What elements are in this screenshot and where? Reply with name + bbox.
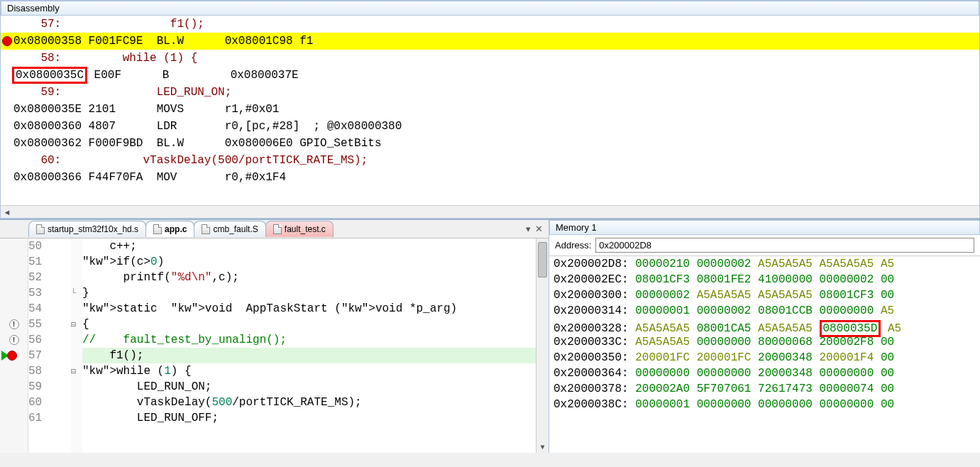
line-number: 57 <box>28 348 65 363</box>
memory-row[interactable]: 0x20000328: A5A5A5A5 08001CA5 A5A5A5A5 0… <box>554 320 976 336</box>
editor-vscroll[interactable]: ▲ ▼ <box>536 238 549 453</box>
disasm-line[interactable]: 0x08000366 F44F70FA MOV r0,#0x1F4 <box>1 169 979 186</box>
memory-panel: Memory 1 Address: 0x200002D8: 00000210 0… <box>549 220 980 453</box>
memory-row[interactable]: 0x20000364: 00000000 00000000 20000348 0… <box>554 367 976 383</box>
source-line[interactable]: "kw">static "kw">void AppTaskStart ("kw"… <box>82 301 536 317</box>
address-label: Address: <box>555 240 591 251</box>
fold-marker[interactable]: └ <box>71 285 82 301</box>
source-line[interactable]: LED_RUN_ON; <box>82 379 536 395</box>
scroll-thumb[interactable] <box>538 242 547 278</box>
disasm-line[interactable]: 0x0800035E 2101 MOVS r1,#0x01 <box>1 101 979 118</box>
tab-cmb-fault-s[interactable]: cmb_fault.S <box>194 221 265 237</box>
highlighted-value: 0800035D <box>820 320 881 337</box>
disassembly-title: Disassembly <box>1 1 979 16</box>
memory-row[interactable]: 0x20000350: 200001FC 200001FC 20000348 2… <box>554 351 976 367</box>
tab-startup-stm32f10x-hd-s[interactable]: startup_stm32f10x_hd.s <box>28 221 146 237</box>
fold-marker[interactable] <box>71 379 82 395</box>
scroll-left-icon[interactable]: ◄ <box>1 206 13 219</box>
source-line[interactable]: c++; <box>82 238 536 254</box>
tab-bar: startup_stm32f10x_hd.sapp.ccmb_fault.Sfa… <box>0 220 549 238</box>
line-number: 60 <box>28 395 65 410</box>
disassembly-panel: Disassembly 57: f1();0x08000358 F001FC9E… <box>0 0 980 219</box>
fold-marker[interactable] <box>71 410 82 426</box>
memory-title: Memory 1 <box>549 220 980 235</box>
disasm-line[interactable]: 0x08000358 F001FC9E BL.W 0x08001C98 f1 <box>1 33 979 50</box>
source-line[interactable]: printf("%d\n",c); <box>82 270 536 285</box>
disasm-line[interactable]: 0x08000362 F000F9BD BL.W 0x080006E0 GPIO… <box>1 135 979 152</box>
breakpoint-icon[interactable] <box>2 36 12 46</box>
fold-marker[interactable] <box>71 348 82 363</box>
fold-marker[interactable] <box>71 270 82 285</box>
disasm-line[interactable]: 59: LED_RUN_ON; <box>1 84 979 101</box>
file-icon <box>273 224 282 234</box>
warning-icon: ! <box>9 335 19 345</box>
fold-marker[interactable] <box>71 301 82 317</box>
source-line[interactable]: LED_RUN_OFF; <box>82 410 536 426</box>
tab-label: cmb_fault.S <box>213 224 258 234</box>
editor-pane: startup_stm32f10x_hd.sapp.ccmb_fault.Sfa… <box>0 220 549 453</box>
memory-row[interactable]: 0x20000300: 00000002 A5A5A5A5 A5A5A5A5 0… <box>554 289 976 304</box>
tab-app-c[interactable]: app.c <box>145 221 194 237</box>
scroll-down-icon[interactable]: ▼ <box>536 441 549 453</box>
fold-marker[interactable] <box>71 332 82 348</box>
line-number: 59 <box>28 379 65 395</box>
source-line[interactable]: { <box>82 317 536 332</box>
disassembly-hscroll[interactable]: ◄ <box>1 205 979 218</box>
tab-label: fault_test.c <box>285 224 326 234</box>
line-number: 51 <box>28 254 65 270</box>
memory-row[interactable]: 0x2000038C: 00000001 00000000 00000000 0… <box>554 398 976 414</box>
breakpoint-icon[interactable] <box>7 351 17 361</box>
tab-overflow-icon[interactable]: ▾ <box>526 224 531 234</box>
line-number: 58 <box>28 363 65 379</box>
tab-label: app.c <box>165 224 187 234</box>
warning-icon: ! <box>9 319 19 329</box>
line-number: 54 <box>28 301 65 317</box>
disasm-line[interactable]: 60: vTaskDelay(500/portTICK_RATE_MS); <box>1 152 979 169</box>
disasm-line[interactable]: 0x0800035C E00F B 0x0800037E <box>1 67 979 84</box>
line-number: 52 <box>28 270 65 285</box>
line-number: 61 <box>28 410 65 426</box>
source-line[interactable]: vTaskDelay(500/portTICK_RATE_MS); <box>82 395 536 410</box>
line-number: 50 <box>28 238 65 254</box>
fold-marker[interactable]: ⊟ <box>71 317 82 332</box>
memory-row[interactable]: 0x200002D8: 00000210 00000002 A5A5A5A5 A… <box>554 258 976 273</box>
memory-row[interactable]: 0x2000033C: A5A5A5A5 00000000 80000068 2… <box>554 336 976 351</box>
source-line[interactable]: } <box>82 285 536 301</box>
line-number: 55 <box>28 317 65 332</box>
source-line[interactable]: "kw">while (1) { <box>82 363 536 379</box>
source-line[interactable]: // fault_test_by_unalign(); <box>82 332 536 348</box>
fold-marker[interactable] <box>71 238 82 254</box>
memory-body[interactable]: 0x200002D8: 00000210 00000002 A5A5A5A5 A… <box>549 256 980 453</box>
disassembly-body[interactable]: 57: f1();0x08000358 F001FC9E BL.W 0x0800… <box>1 16 979 205</box>
tab-close-icon[interactable]: ✕ <box>535 224 543 234</box>
disasm-line[interactable]: 58: while (1) { <box>1 50 979 67</box>
memory-row[interactable]: 0x200002EC: 08001CF3 08001FE2 41000000 0… <box>554 273 976 289</box>
memory-row[interactable]: 0x20000378: 200002A0 5F707061 72617473 0… <box>554 383 976 398</box>
line-number: 53 <box>28 285 65 301</box>
source-body[interactable]: !! 505152535455565758596061 └⊟⊟ c++; "kw… <box>0 238 549 453</box>
fold-marker[interactable] <box>71 395 82 410</box>
file-icon <box>153 224 162 234</box>
address-input[interactable] <box>595 238 974 253</box>
disasm-line[interactable]: 57: f1(); <box>1 16 979 33</box>
source-line[interactable]: f1(); <box>82 348 536 363</box>
tab-fault-test-c[interactable]: fault_test.c <box>265 221 334 237</box>
disasm-line[interactable]: 0x08000360 4807 LDR r0,[pc,#28] ; @0x080… <box>1 118 979 135</box>
line-number: 56 <box>28 332 65 348</box>
file-icon <box>202 224 210 234</box>
source-line[interactable]: "kw">if(c>0) <box>82 254 536 270</box>
fold-marker[interactable]: ⊟ <box>71 363 82 379</box>
fold-marker[interactable] <box>71 254 82 270</box>
file-icon <box>36 224 45 234</box>
tab-label: startup_stm32f10x_hd.s <box>48 224 138 234</box>
memory-row[interactable]: 0x20000314: 00000001 00000002 08001CCB 0… <box>554 304 976 320</box>
